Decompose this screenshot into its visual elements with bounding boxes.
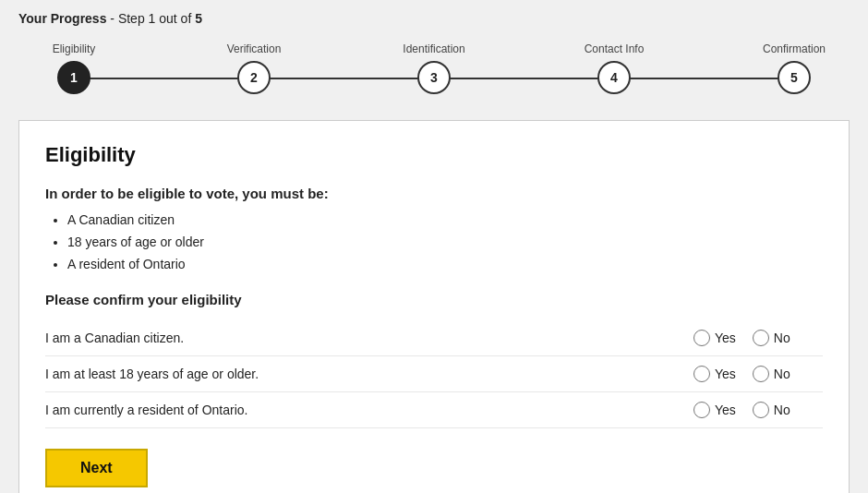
step-5: Confirmation 5 (748, 42, 840, 94)
step-3-circle: 3 (417, 61, 451, 94)
question-text-2: I am at least 18 years of age or older. (45, 367, 693, 381)
progress-step-info: Step 1 out of (118, 11, 195, 26)
list-item: A Canadian citizen (67, 212, 823, 227)
page-wrapper: Your Progress - Step 1 out of 5 Eligibil… (0, 0, 868, 493)
step-5-circle: 5 (778, 61, 811, 94)
step-2-circle: 2 (237, 61, 271, 94)
step-1-circle: 1 (57, 61, 90, 94)
button-area: Next (45, 428, 823, 493)
section-title: Eligibility (45, 143, 823, 167)
step-4-label: Contact Info (585, 42, 645, 55)
step-4-circle: 4 (597, 61, 631, 94)
step-5-label: Confirmation (763, 42, 826, 55)
step-2: Verification 2 (208, 42, 300, 94)
radio-input-yes-3[interactable] (693, 402, 710, 418)
eligibility-intro: In order to be eligible to vote, you mus… (45, 186, 823, 201)
step-1-label: Eligibility (53, 42, 96, 55)
progress-separator: - (106, 11, 117, 26)
stepper: Eligibility 1 Verification 2 Identificat… (18, 42, 850, 94)
yes-label-1: Yes (715, 331, 736, 345)
next-button[interactable]: Next (45, 449, 148, 487)
no-label-2: No (774, 367, 790, 381)
radio-yes-1[interactable]: Yes (693, 330, 736, 346)
eligibility-list: A Canadian citizen 18 years of age or ol… (45, 212, 823, 271)
question-row-2: I am at least 18 years of age or older. … (45, 356, 823, 392)
no-label-1: No (774, 331, 790, 345)
question-row-1: I am a Canadian citizen. Yes No (45, 320, 823, 356)
step-3: Identification 3 (388, 42, 480, 94)
step-2-label: Verification (227, 42, 282, 55)
radio-group-2: Yes No (693, 366, 823, 382)
radio-no-3[interactable]: No (753, 402, 790, 418)
radio-yes-3[interactable]: Yes (693, 402, 736, 418)
list-item: 18 years of age or older (67, 234, 823, 249)
question-text-3: I am currently a resident of Ontario. (45, 403, 693, 417)
radio-input-no-1[interactable] (753, 330, 769, 346)
main-content: Eligibility In order to be eligible to v… (18, 120, 850, 493)
radio-yes-2[interactable]: Yes (693, 366, 736, 382)
radio-no-2[interactable]: No (753, 366, 790, 382)
step-1: Eligibility 1 (28, 42, 120, 94)
step-4: Contact Info 4 (568, 42, 660, 94)
progress-header: Your Progress - Step 1 out of 5 (18, 11, 850, 26)
radio-input-yes-1[interactable] (693, 330, 710, 346)
radio-input-yes-2[interactable] (693, 366, 710, 382)
radio-input-no-3[interactable] (753, 402, 769, 418)
radio-input-no-2[interactable] (753, 366, 769, 382)
yes-label-3: Yes (715, 403, 736, 417)
confirm-title: Please confirm your eligibility (45, 292, 823, 307)
list-item: A resident of Ontario (67, 257, 823, 271)
progress-label: Your Progress (18, 11, 106, 26)
radio-group-3: Yes No (693, 402, 823, 418)
question-row-3: I am currently a resident of Ontario. Ye… (45, 392, 823, 428)
step-3-label: Identification (403, 42, 464, 55)
progress-total: 5 (195, 11, 202, 26)
question-text-1: I am a Canadian citizen. (45, 331, 693, 345)
no-label-3: No (774, 403, 790, 417)
radio-group-1: Yes No (693, 330, 823, 346)
radio-no-1[interactable]: No (753, 330, 790, 346)
yes-label-2: Yes (715, 367, 736, 381)
